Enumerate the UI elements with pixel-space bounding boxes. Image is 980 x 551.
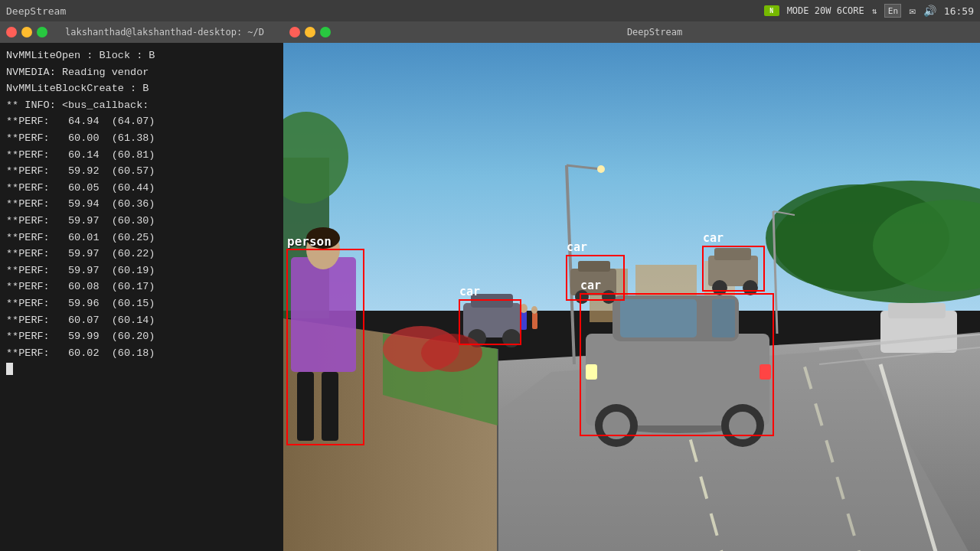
lang-indicator: En bbox=[884, 4, 901, 18]
ds-minimize-button[interactable] bbox=[305, 27, 315, 37]
terminal-line: **PERF: 60.01 (60.25) bbox=[6, 230, 277, 246]
terminal-line: **PERF: 60.00 (61.38) bbox=[6, 130, 277, 147]
terminal-line: **PERF: 59.94 (60.36) bbox=[6, 196, 277, 213]
svg-rect-47 bbox=[578, 261, 610, 272]
svg-rect-30 bbox=[322, 372, 338, 441]
svg-text:car: car bbox=[580, 279, 601, 292]
svg-text:car: car bbox=[703, 231, 724, 245]
svg-rect-40 bbox=[586, 364, 597, 380]
deepstream-app-label: DeepStream bbox=[6, 5, 66, 17]
svg-text:car: car bbox=[459, 285, 480, 298]
terminal-line: **PERF: 59.92 (60.57) bbox=[6, 163, 277, 180]
terminal-line: **PERF: 59.99 (60.20) bbox=[6, 328, 277, 345]
minimize-button[interactable] bbox=[21, 27, 32, 37]
terminal-line: NVMEDIA: Reading vendor bbox=[6, 64, 277, 81]
terminal-line: **PERF: 60.14 (60.81) bbox=[6, 147, 277, 164]
deepstream-titlebar: DeepStream bbox=[283, 21, 980, 43]
terminal-cursor-line bbox=[6, 361, 277, 378]
mode-text: MODE 20W 6CORE bbox=[787, 5, 864, 16]
terminal-cursor bbox=[6, 363, 13, 375]
close-button[interactable] bbox=[6, 27, 17, 37]
terminal-line: **PERF: 59.97 (60.19) bbox=[6, 262, 277, 279]
ds-close-button[interactable] bbox=[289, 27, 300, 37]
terminal-titlebar: lakshanthad@lakshanthad-desktop: ~/D bbox=[0, 21, 283, 43]
ds-maximize-button[interactable] bbox=[320, 27, 331, 37]
deepstream-title: DeepStream bbox=[335, 27, 974, 37]
terminal-output: NvMMLiteOpen : Block : BNVMEDIA: Reading… bbox=[0, 43, 283, 551]
terminal-line: **PERF: 64.94 (64.07) bbox=[6, 113, 277, 130]
svg-rect-56 bbox=[532, 312, 537, 329]
arrow-icon: ⇅ bbox=[872, 6, 877, 16]
svg-rect-51 bbox=[714, 248, 751, 260]
road-scene-svg: person car car car car bbox=[283, 43, 980, 551]
terminal-line: **PERF: 60.02 (60.18) bbox=[6, 345, 277, 362]
svg-point-59 bbox=[421, 334, 482, 372]
svg-point-49 bbox=[602, 290, 616, 304]
desktop-topbar: DeepStream N MODE 20W 6CORE ⇅ En ✉ 🔊 16:… bbox=[0, 0, 980, 21]
deepstream-video-area: person car car car car bbox=[283, 43, 980, 551]
mail-icon: ✉ bbox=[909, 5, 915, 17]
svg-rect-34 bbox=[620, 299, 697, 337]
terminal-line: ** INFO: <bus_callback: bbox=[6, 97, 277, 114]
svg-rect-23 bbox=[888, 303, 946, 318]
terminal-line: **PERF: 59.96 (60.15) bbox=[6, 295, 277, 312]
svg-point-19 bbox=[597, 165, 605, 173]
terminal-line: **PERF: 59.97 (60.30) bbox=[6, 213, 277, 230]
terminal-line: **PERF: 60.08 (60.17) bbox=[6, 279, 277, 295]
terminal-window: lakshanthad@lakshanthad-desktop: ~/D NvM… bbox=[0, 21, 283, 551]
clock: 16:59 bbox=[944, 5, 974, 17]
svg-rect-35 bbox=[712, 299, 735, 337]
topbar-left: DeepStream bbox=[6, 5, 66, 17]
topbar-right: N MODE 20W 6CORE ⇅ En ✉ 🔊 16:59 bbox=[764, 4, 974, 18]
svg-point-57 bbox=[531, 306, 537, 314]
terminal-line: **PERF: 60.05 (60.44) bbox=[6, 180, 277, 197]
maximize-button[interactable] bbox=[37, 27, 47, 37]
svg-rect-29 bbox=[297, 372, 314, 441]
deepstream-window: DeepStream bbox=[283, 21, 980, 551]
terminal-line: NvMMLiteOpen : Block : B bbox=[6, 47, 277, 64]
terminal-title: lakshanthad@lakshanthad-desktop: ~/D bbox=[52, 27, 277, 37]
svg-rect-54 bbox=[521, 311, 527, 330]
terminal-line: **PERF: 60.07 (60.14) bbox=[6, 312, 277, 329]
volume-icon: 🔊 bbox=[923, 5, 936, 17]
terminal-line: NvMMLiteBlockCreate : B bbox=[6, 80, 277, 97]
terminal-line: **PERF: 59.97 (60.22) bbox=[6, 246, 277, 262]
svg-text:car: car bbox=[567, 240, 587, 254]
svg-rect-41 bbox=[760, 364, 771, 380]
nvidia-icon: N bbox=[764, 5, 779, 16]
svg-text:person: person bbox=[287, 234, 332, 249]
svg-rect-26 bbox=[291, 257, 356, 372]
